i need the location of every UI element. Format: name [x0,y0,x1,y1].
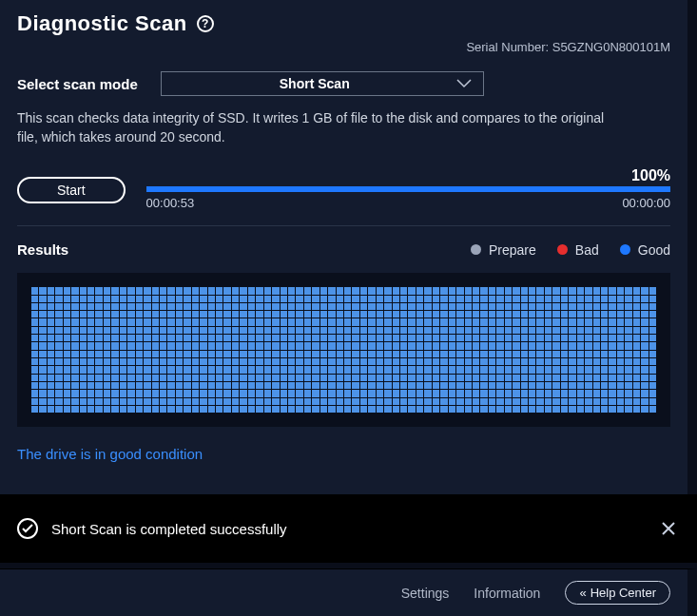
grid-cell [320,406,327,413]
grid-cell [424,358,431,365]
grid-cell [39,342,46,349]
grid-cell [328,342,335,349]
grid-cell [360,375,367,381]
grid-cell [337,358,343,365]
grid-cell [489,303,495,310]
grid-cell [424,366,431,373]
grid-cell [545,296,552,302]
grid-cell [192,382,199,389]
grid-cell [400,287,407,294]
grid-cell [304,327,311,334]
grid-cell [208,311,215,318]
grid-cell [456,342,463,349]
grid-cell [176,335,183,341]
grid-cell [449,398,455,405]
grid-cell [223,318,230,325]
information-link[interactable]: Information [474,586,540,601]
grid-cell [585,296,591,302]
grid-cell [184,335,190,341]
grid-cell [281,382,287,389]
grid-cell [223,390,230,396]
grid-cell [593,327,600,334]
grid-cell [609,358,615,365]
grid-cell [337,287,343,294]
grid-cell [400,398,407,405]
grid-cell [529,406,535,413]
grid-cell [160,318,166,325]
results-grid-container [17,273,670,427]
grid-cell [31,366,38,373]
grid-cell [577,287,584,294]
grid-cell [609,406,615,413]
grid-cell [601,296,608,302]
grid-cell [480,318,487,325]
grid-cell [167,358,174,365]
grid-cell [393,358,399,365]
good-dot-icon [620,244,630,255]
grid-cell [111,382,118,389]
grid-cell [64,303,70,310]
grid-cell [127,327,134,334]
grid-cell [593,311,600,318]
grid-cell [400,366,407,373]
grid-cell [440,390,447,396]
footer-bar: Settings Information « Help Center [0,568,697,616]
grid-cell [521,398,528,405]
grid-cell [288,287,295,294]
grid-cell [400,318,407,325]
grid-cell [312,335,319,341]
grid-cell [617,296,624,302]
grid-cell [489,375,495,381]
close-icon[interactable] [657,517,680,540]
grid-cell [87,366,94,373]
grid-cell [95,375,102,381]
grid-cell [320,342,327,349]
grid-cell [480,327,487,334]
grid-cell [39,358,46,365]
grid-cell [264,311,271,318]
grid-cell [328,366,335,373]
settings-link[interactable]: Settings [401,586,450,601]
grid-cell [416,335,423,341]
scan-mode-label: Select scan mode [17,76,138,92]
grid-cell [55,318,62,325]
grid-cell [136,303,143,310]
grid-cell [39,375,46,381]
grid-cell [192,366,199,373]
grid-cell [296,318,302,325]
grid-cell [104,327,110,334]
grid-cell [104,406,110,413]
grid-cell [609,351,615,357]
grid-cell [449,406,455,413]
help-center-button[interactable]: « Help Center [565,581,670,605]
grid-cell [55,375,62,381]
grid-cell [577,375,584,381]
grid-cell [104,390,110,396]
grid-cell [248,296,255,302]
grid-cell [160,296,166,302]
grid-cell [104,342,110,349]
grid-cell [536,311,543,318]
grid-cell [601,342,608,349]
grid-cell [449,311,455,318]
grid-cell [136,366,143,373]
grid-cell [288,327,295,334]
grid-cell [55,351,62,357]
grid-cell [384,390,391,396]
grid-cell [312,406,319,413]
grid-cell [136,375,143,381]
grid-cell [31,382,38,389]
grid-cell [87,342,94,349]
grid-cell [71,318,78,325]
grid-cell [617,303,624,310]
grid-cell [393,366,399,373]
scan-mode-select[interactable]: Short Scan [161,71,484,96]
start-button[interactable]: Start [17,177,126,203]
grid-cell [489,398,495,405]
grid-cell [152,382,159,389]
grid-cell [328,296,335,302]
grid-cell [328,335,335,341]
grid-cell [649,375,656,381]
grid-cell [601,287,608,294]
help-icon[interactable]: ? [197,15,214,32]
